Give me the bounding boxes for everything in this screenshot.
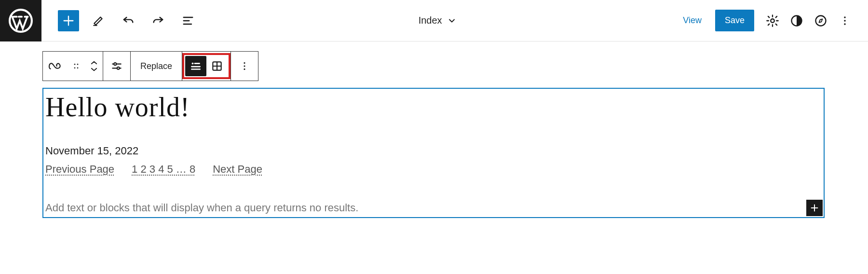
document-title-button[interactable]: Index bbox=[199, 15, 676, 26]
more-options-button[interactable] bbox=[834, 10, 855, 31]
settings-button[interactable] bbox=[762, 10, 783, 31]
gear-icon bbox=[766, 14, 779, 27]
pagination-next[interactable]: Next Page bbox=[213, 163, 262, 176]
svg-point-16 bbox=[244, 65, 245, 67]
inline-add-block-button[interactable] bbox=[806, 200, 823, 216]
svg-point-11 bbox=[114, 63, 116, 65]
header-left-tools bbox=[41, 10, 199, 31]
header-right-tools: View Save bbox=[676, 10, 868, 31]
redo-icon bbox=[151, 14, 165, 27]
display-settings-button[interactable] bbox=[103, 52, 130, 81]
svg-point-8 bbox=[77, 64, 79, 65]
list-layout-icon bbox=[190, 60, 202, 72]
chevron-down-icon[interactable] bbox=[90, 67, 98, 72]
wordpress-logo-button[interactable] bbox=[0, 0, 41, 41]
navigation-button[interactable] bbox=[810, 10, 831, 31]
pencil-icon bbox=[92, 14, 105, 27]
editor-header: Index View Save bbox=[0, 0, 868, 41]
list-view-icon bbox=[181, 14, 195, 27]
drag-handle[interactable] bbox=[67, 52, 85, 81]
block-movers bbox=[85, 58, 103, 74]
redo-button[interactable] bbox=[148, 10, 169, 31]
grid-layout-button[interactable] bbox=[206, 56, 228, 76]
svg-point-7 bbox=[74, 64, 76, 65]
styles-button[interactable] bbox=[786, 10, 807, 31]
undo-button[interactable] bbox=[118, 10, 139, 31]
list-layout-button[interactable] bbox=[185, 56, 206, 76]
wordpress-logo-icon bbox=[9, 9, 33, 33]
query-loop-block[interactable]: Hello world! November 15, 2022 Previous … bbox=[42, 88, 825, 218]
view-link[interactable]: View bbox=[676, 11, 708, 30]
svg-point-12 bbox=[117, 67, 120, 69]
svg-point-9 bbox=[74, 67, 76, 68]
drag-icon bbox=[72, 62, 81, 70]
pagination-numbers[interactable]: 1 2 3 4 5 … 8 bbox=[132, 163, 195, 176]
pagination-previous[interactable]: Previous Page bbox=[45, 163, 114, 176]
plus-icon bbox=[62, 14, 75, 27]
svg-point-1 bbox=[771, 19, 774, 22]
more-vertical-icon bbox=[839, 15, 851, 27]
svg-point-17 bbox=[244, 68, 245, 70]
svg-point-4 bbox=[844, 16, 846, 18]
svg-point-15 bbox=[244, 62, 245, 64]
add-block-button[interactable] bbox=[58, 10, 79, 31]
no-results-placeholder[interactable]: Add text or blocks that will display whe… bbox=[45, 202, 822, 214]
edit-tool-button[interactable] bbox=[88, 10, 109, 31]
chevron-down-icon bbox=[447, 16, 457, 26]
contrast-icon bbox=[790, 14, 803, 27]
chevron-up-icon[interactable] bbox=[90, 60, 98, 66]
replace-button[interactable]: Replace bbox=[131, 61, 182, 71]
query-loop-icon bbox=[48, 61, 62, 71]
svg-point-6 bbox=[844, 23, 846, 25]
document-title-label: Index bbox=[419, 15, 442, 26]
compass-icon bbox=[814, 14, 827, 27]
query-pagination: Previous Page 1 2 3 4 5 … 8 Next Page bbox=[45, 163, 822, 176]
block-type-button[interactable] bbox=[43, 52, 67, 81]
svg-point-3 bbox=[816, 15, 826, 26]
grid-layout-icon bbox=[211, 60, 223, 72]
block-more-options-button[interactable] bbox=[231, 52, 258, 81]
plus-icon bbox=[809, 203, 820, 213]
list-view-button[interactable] bbox=[177, 10, 199, 31]
svg-point-5 bbox=[844, 20, 846, 22]
sliders-icon bbox=[110, 60, 123, 72]
svg-point-10 bbox=[77, 67, 79, 68]
post-date[interactable]: November 15, 2022 bbox=[45, 145, 822, 157]
save-button[interactable]: Save bbox=[715, 10, 754, 31]
more-vertical-icon bbox=[239, 61, 250, 71]
view-switcher-highlight bbox=[182, 53, 231, 79]
editor-canvas: Replace bbox=[0, 41, 868, 218]
post-title[interactable]: Hello world! bbox=[45, 92, 822, 123]
undo-icon bbox=[122, 14, 135, 27]
svg-point-13 bbox=[192, 63, 194, 65]
block-toolbar: Replace bbox=[42, 51, 258, 81]
